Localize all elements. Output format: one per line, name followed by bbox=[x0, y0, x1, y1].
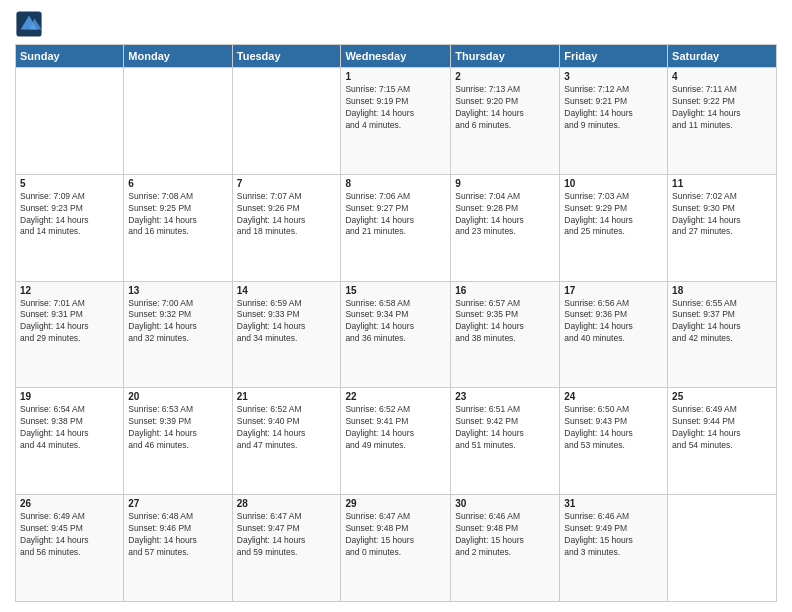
calendar-cell: 13Sunrise: 7:00 AM Sunset: 9:32 PM Dayli… bbox=[124, 281, 232, 388]
calendar-cell: 9Sunrise: 7:04 AM Sunset: 9:28 PM Daylig… bbox=[451, 174, 560, 281]
day-number: 8 bbox=[345, 178, 446, 189]
calendar-cell: 26Sunrise: 6:49 AM Sunset: 9:45 PM Dayli… bbox=[16, 495, 124, 602]
day-number: 1 bbox=[345, 71, 446, 82]
calendar-cell: 12Sunrise: 7:01 AM Sunset: 9:31 PM Dayli… bbox=[16, 281, 124, 388]
calendar-week: 26Sunrise: 6:49 AM Sunset: 9:45 PM Dayli… bbox=[16, 495, 777, 602]
calendar-cell: 19Sunrise: 6:54 AM Sunset: 9:38 PM Dayli… bbox=[16, 388, 124, 495]
weekday-header: Wednesday bbox=[341, 45, 451, 68]
day-info: Sunrise: 6:59 AM Sunset: 9:33 PM Dayligh… bbox=[237, 298, 337, 346]
calendar-cell: 27Sunrise: 6:48 AM Sunset: 9:46 PM Dayli… bbox=[124, 495, 232, 602]
day-number: 23 bbox=[455, 391, 555, 402]
day-info: Sunrise: 7:12 AM Sunset: 9:21 PM Dayligh… bbox=[564, 84, 663, 132]
calendar-body: 1Sunrise: 7:15 AM Sunset: 9:19 PM Daylig… bbox=[16, 68, 777, 602]
calendar-cell: 5Sunrise: 7:09 AM Sunset: 9:23 PM Daylig… bbox=[16, 174, 124, 281]
day-info: Sunrise: 7:08 AM Sunset: 9:25 PM Dayligh… bbox=[128, 191, 227, 239]
day-info: Sunrise: 7:07 AM Sunset: 9:26 PM Dayligh… bbox=[237, 191, 337, 239]
day-number: 28 bbox=[237, 498, 337, 509]
day-number: 12 bbox=[20, 285, 119, 296]
weekday-header: Sunday bbox=[16, 45, 124, 68]
day-number: 21 bbox=[237, 391, 337, 402]
day-number: 24 bbox=[564, 391, 663, 402]
logo-icon bbox=[15, 10, 43, 38]
day-number: 22 bbox=[345, 391, 446, 402]
day-info: Sunrise: 6:58 AM Sunset: 9:34 PM Dayligh… bbox=[345, 298, 446, 346]
day-info: Sunrise: 6:51 AM Sunset: 9:42 PM Dayligh… bbox=[455, 404, 555, 452]
day-info: Sunrise: 6:49 AM Sunset: 9:45 PM Dayligh… bbox=[20, 511, 119, 559]
calendar-cell bbox=[16, 68, 124, 175]
day-number: 6 bbox=[128, 178, 227, 189]
calendar-cell: 29Sunrise: 6:47 AM Sunset: 9:48 PM Dayli… bbox=[341, 495, 451, 602]
day-number: 25 bbox=[672, 391, 772, 402]
weekday-header: Tuesday bbox=[232, 45, 341, 68]
calendar: SundayMondayTuesdayWednesdayThursdayFrid… bbox=[15, 44, 777, 602]
weekday-header: Saturday bbox=[668, 45, 777, 68]
day-number: 11 bbox=[672, 178, 772, 189]
calendar-cell bbox=[124, 68, 232, 175]
calendar-cell: 22Sunrise: 6:52 AM Sunset: 9:41 PM Dayli… bbox=[341, 388, 451, 495]
calendar-header: SundayMondayTuesdayWednesdayThursdayFrid… bbox=[16, 45, 777, 68]
day-number: 3 bbox=[564, 71, 663, 82]
calendar-cell: 17Sunrise: 6:56 AM Sunset: 9:36 PM Dayli… bbox=[560, 281, 668, 388]
calendar-cell: 1Sunrise: 7:15 AM Sunset: 9:19 PM Daylig… bbox=[341, 68, 451, 175]
weekday-header: Thursday bbox=[451, 45, 560, 68]
calendar-week: 1Sunrise: 7:15 AM Sunset: 9:19 PM Daylig… bbox=[16, 68, 777, 175]
day-info: Sunrise: 7:01 AM Sunset: 9:31 PM Dayligh… bbox=[20, 298, 119, 346]
day-info: Sunrise: 6:47 AM Sunset: 9:47 PM Dayligh… bbox=[237, 511, 337, 559]
day-info: Sunrise: 7:04 AM Sunset: 9:28 PM Dayligh… bbox=[455, 191, 555, 239]
day-info: Sunrise: 6:49 AM Sunset: 9:44 PM Dayligh… bbox=[672, 404, 772, 452]
day-number: 26 bbox=[20, 498, 119, 509]
day-info: Sunrise: 6:47 AM Sunset: 9:48 PM Dayligh… bbox=[345, 511, 446, 559]
day-info: Sunrise: 7:13 AM Sunset: 9:20 PM Dayligh… bbox=[455, 84, 555, 132]
day-number: 19 bbox=[20, 391, 119, 402]
calendar-cell: 7Sunrise: 7:07 AM Sunset: 9:26 PM Daylig… bbox=[232, 174, 341, 281]
calendar-cell: 14Sunrise: 6:59 AM Sunset: 9:33 PM Dayli… bbox=[232, 281, 341, 388]
logo bbox=[15, 10, 47, 38]
calendar-cell: 28Sunrise: 6:47 AM Sunset: 9:47 PM Dayli… bbox=[232, 495, 341, 602]
day-info: Sunrise: 6:57 AM Sunset: 9:35 PM Dayligh… bbox=[455, 298, 555, 346]
calendar-cell: 16Sunrise: 6:57 AM Sunset: 9:35 PM Dayli… bbox=[451, 281, 560, 388]
calendar-cell: 23Sunrise: 6:51 AM Sunset: 9:42 PM Dayli… bbox=[451, 388, 560, 495]
day-number: 29 bbox=[345, 498, 446, 509]
day-number: 30 bbox=[455, 498, 555, 509]
day-number: 14 bbox=[237, 285, 337, 296]
day-info: Sunrise: 6:48 AM Sunset: 9:46 PM Dayligh… bbox=[128, 511, 227, 559]
calendar-cell: 6Sunrise: 7:08 AM Sunset: 9:25 PM Daylig… bbox=[124, 174, 232, 281]
calendar-cell: 10Sunrise: 7:03 AM Sunset: 9:29 PM Dayli… bbox=[560, 174, 668, 281]
day-info: Sunrise: 7:09 AM Sunset: 9:23 PM Dayligh… bbox=[20, 191, 119, 239]
day-number: 7 bbox=[237, 178, 337, 189]
day-number: 20 bbox=[128, 391, 227, 402]
header bbox=[15, 10, 777, 38]
calendar-cell: 21Sunrise: 6:52 AM Sunset: 9:40 PM Dayli… bbox=[232, 388, 341, 495]
day-info: Sunrise: 6:50 AM Sunset: 9:43 PM Dayligh… bbox=[564, 404, 663, 452]
calendar-cell bbox=[668, 495, 777, 602]
weekday-row: SundayMondayTuesdayWednesdayThursdayFrid… bbox=[16, 45, 777, 68]
calendar-cell: 8Sunrise: 7:06 AM Sunset: 9:27 PM Daylig… bbox=[341, 174, 451, 281]
calendar-week: 5Sunrise: 7:09 AM Sunset: 9:23 PM Daylig… bbox=[16, 174, 777, 281]
day-info: Sunrise: 6:55 AM Sunset: 9:37 PM Dayligh… bbox=[672, 298, 772, 346]
day-info: Sunrise: 7:03 AM Sunset: 9:29 PM Dayligh… bbox=[564, 191, 663, 239]
day-info: Sunrise: 6:56 AM Sunset: 9:36 PM Dayligh… bbox=[564, 298, 663, 346]
calendar-cell: 3Sunrise: 7:12 AM Sunset: 9:21 PM Daylig… bbox=[560, 68, 668, 175]
day-number: 16 bbox=[455, 285, 555, 296]
calendar-cell: 11Sunrise: 7:02 AM Sunset: 9:30 PM Dayli… bbox=[668, 174, 777, 281]
day-number: 13 bbox=[128, 285, 227, 296]
weekday-header: Monday bbox=[124, 45, 232, 68]
calendar-cell: 30Sunrise: 6:46 AM Sunset: 9:48 PM Dayli… bbox=[451, 495, 560, 602]
day-number: 2 bbox=[455, 71, 555, 82]
day-number: 5 bbox=[20, 178, 119, 189]
day-number: 31 bbox=[564, 498, 663, 509]
weekday-header: Friday bbox=[560, 45, 668, 68]
day-info: Sunrise: 7:02 AM Sunset: 9:30 PM Dayligh… bbox=[672, 191, 772, 239]
calendar-cell bbox=[232, 68, 341, 175]
day-number: 4 bbox=[672, 71, 772, 82]
calendar-cell: 2Sunrise: 7:13 AM Sunset: 9:20 PM Daylig… bbox=[451, 68, 560, 175]
calendar-week: 12Sunrise: 7:01 AM Sunset: 9:31 PM Dayli… bbox=[16, 281, 777, 388]
calendar-cell: 15Sunrise: 6:58 AM Sunset: 9:34 PM Dayli… bbox=[341, 281, 451, 388]
day-number: 17 bbox=[564, 285, 663, 296]
day-info: Sunrise: 6:46 AM Sunset: 9:49 PM Dayligh… bbox=[564, 511, 663, 559]
day-number: 15 bbox=[345, 285, 446, 296]
page: SundayMondayTuesdayWednesdayThursdayFrid… bbox=[0, 0, 792, 612]
day-info: Sunrise: 6:52 AM Sunset: 9:41 PM Dayligh… bbox=[345, 404, 446, 452]
calendar-cell: 4Sunrise: 7:11 AM Sunset: 9:22 PM Daylig… bbox=[668, 68, 777, 175]
day-info: Sunrise: 7:00 AM Sunset: 9:32 PM Dayligh… bbox=[128, 298, 227, 346]
